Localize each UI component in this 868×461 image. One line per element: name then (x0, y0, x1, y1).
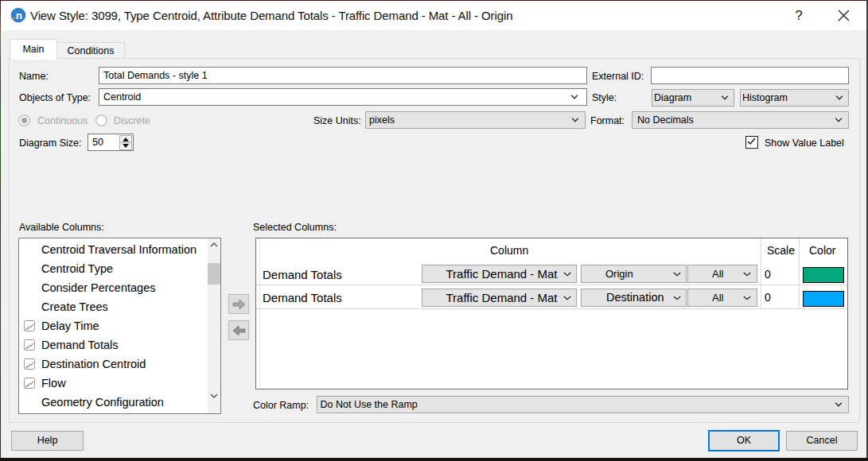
svg-text:n: n (16, 10, 22, 21)
